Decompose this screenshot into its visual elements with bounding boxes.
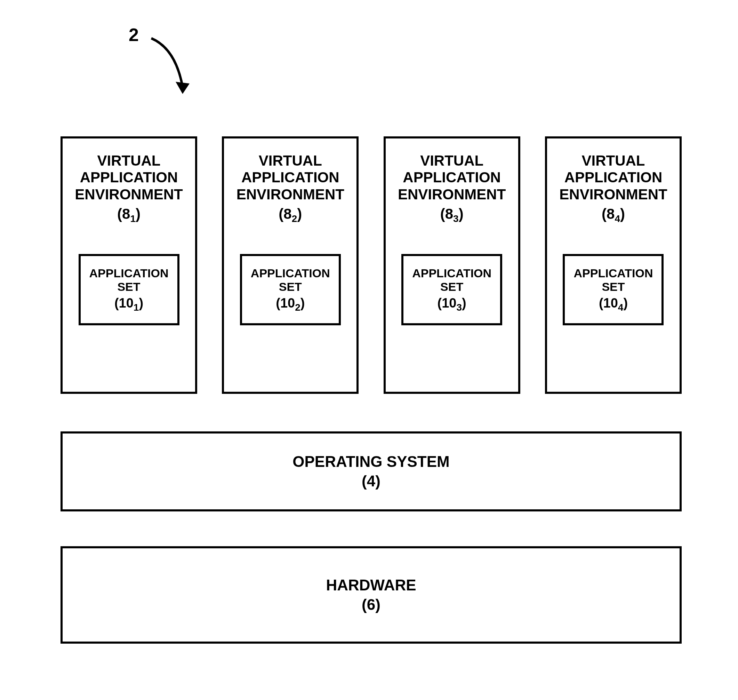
vae-title-line: APPLICATION <box>565 169 663 185</box>
virtual-application-environment-1: VIRTUAL APPLICATION ENVIRONMENT (81) APP… <box>60 137 197 394</box>
operating-system-layer: OPERATING SYSTEM (4) <box>60 431 682 512</box>
vae-title-line: ENVIRONMENT <box>236 186 344 203</box>
virtual-application-environment-3: VIRTUAL APPLICATION ENVIRONMENT (83) APP… <box>384 137 520 394</box>
app-title-line: SET <box>440 280 463 293</box>
app-title-line: SET <box>602 280 625 293</box>
app-set-title: APPLICATION SET <box>89 266 169 294</box>
vae-title-line: VIRTUAL <box>97 152 160 169</box>
app-title-line: APPLICATION <box>251 266 330 280</box>
app-set-title: APPLICATION SET <box>251 266 330 294</box>
vae-title-line: VIRTUAL <box>581 152 645 169</box>
virtual-application-environment-2: VIRTUAL APPLICATION ENVIRONMENT (82) APP… <box>222 137 359 394</box>
hardware-layer: HARDWARE (6) <box>60 546 682 644</box>
vae-title-line: ENVIRONMENT <box>75 186 183 203</box>
virtual-application-environments-row: VIRTUAL APPLICATION ENVIRONMENT (81) APP… <box>60 137 682 394</box>
vae-title: VIRTUAL APPLICATION ENVIRONMENT <box>236 152 344 203</box>
vae-reference: (82) <box>279 206 302 224</box>
app-title-line: APPLICATION <box>89 266 169 280</box>
app-set-reference: (102) <box>276 296 305 313</box>
vae-title: VIRTUAL APPLICATION ENVIRONMENT <box>75 152 183 203</box>
application-set-4: APPLICATION SET (104) <box>563 254 663 325</box>
app-title-line: APPLICATION <box>412 266 492 280</box>
reference-arrow-icon <box>146 35 202 104</box>
virtual-application-environment-4: VIRTUAL APPLICATION ENVIRONMENT (84) APP… <box>545 137 682 394</box>
svg-marker-0 <box>176 82 189 94</box>
vae-title: VIRTUAL APPLICATION ENVIRONMENT <box>559 152 667 203</box>
vae-title-line: VIRTUAL <box>259 152 322 169</box>
app-title-line: SET <box>117 280 140 293</box>
app-title-line: SET <box>279 280 302 293</box>
app-title-line: APPLICATION <box>574 266 653 280</box>
app-set-reference: (101) <box>114 296 143 313</box>
app-set-title: APPLICATION SET <box>412 266 492 294</box>
diagram-reference-number: 2 <box>129 24 139 45</box>
vae-title-line: APPLICATION <box>80 169 178 185</box>
app-set-reference: (104) <box>599 296 628 313</box>
vae-reference: (84) <box>602 206 625 224</box>
vae-title-line: APPLICATION <box>403 169 501 185</box>
vae-title: VIRTUAL APPLICATION ENVIRONMENT <box>398 152 506 203</box>
os-title: OPERATING SYSTEM <box>292 453 449 471</box>
os-reference: (4) <box>362 472 380 490</box>
vae-title-line: VIRTUAL <box>420 152 483 169</box>
vae-title-line: ENVIRONMENT <box>559 186 667 203</box>
vae-title-line: ENVIRONMENT <box>398 186 506 203</box>
application-set-3: APPLICATION SET (103) <box>401 254 502 325</box>
application-set-2: APPLICATION SET (102) <box>240 254 341 325</box>
hw-title: HARDWARE <box>326 576 416 594</box>
hw-reference: (6) <box>362 596 380 613</box>
app-set-title: APPLICATION SET <box>574 266 653 294</box>
application-set-1: APPLICATION SET (101) <box>79 254 179 325</box>
vae-reference: (81) <box>117 206 141 224</box>
vae-reference: (83) <box>440 206 464 224</box>
app-set-reference: (103) <box>437 296 467 313</box>
vae-title-line: APPLICATION <box>241 169 339 185</box>
